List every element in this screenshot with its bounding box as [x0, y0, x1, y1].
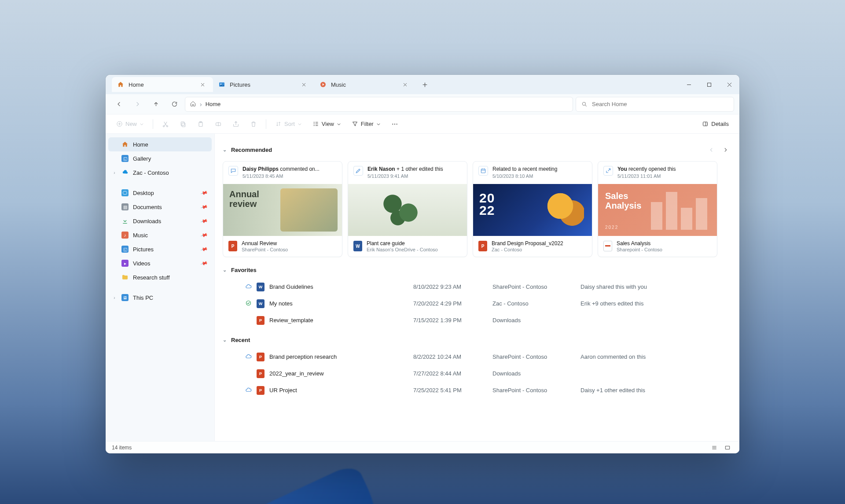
- section-header-favorites[interactable]: ⌄ Favorites: [223, 267, 731, 273]
- thispc-icon: 🖥: [121, 294, 129, 301]
- thumbnail-view-toggle[interactable]: [722, 443, 733, 452]
- svg-rect-16: [703, 122, 708, 126]
- new-button[interactable]: New: [112, 117, 148, 131]
- tab-home[interactable]: Home: [112, 77, 213, 92]
- file-row[interactable]: WMy notes7/20/2022 4:29 PMZac - ContosoE…: [223, 295, 731, 312]
- sidebar-item-music[interactable]: ♪ Music 📌: [108, 228, 212, 242]
- close-icon[interactable]: [400, 79, 410, 90]
- more-button[interactable]: [387, 117, 403, 131]
- file-row[interactable]: PReview_template7/15/2022 1:39 PMDownloa…: [223, 312, 731, 329]
- chevron-right-icon: [200, 101, 202, 108]
- rename-button[interactable]: [210, 117, 226, 131]
- sidebar-item-onedrive[interactable]: › Zac - Contoso: [108, 166, 212, 180]
- svg-point-13: [392, 123, 393, 124]
- file-row[interactable]: PUR Project7/25/2022 5:41 PMSharePoint -…: [223, 382, 731, 399]
- pin-icon: 📌: [200, 245, 209, 253]
- sidebar-item-downloads[interactable]: Downloads 📌: [108, 214, 212, 228]
- pin-icon: 📌: [200, 231, 209, 239]
- file-name: Brand Guidelines: [267, 283, 413, 290]
- item-count: 14 items: [112, 445, 132, 451]
- sidebar-item-desktop[interactable]: 🖵 Desktop 📌: [108, 186, 212, 200]
- delete-button[interactable]: [246, 117, 261, 131]
- filter-button[interactable]: Filter: [347, 117, 385, 131]
- svg-point-1: [220, 84, 222, 85]
- file-date: 8/2/2022 10:24 AM: [413, 353, 492, 360]
- details-pane-button[interactable]: Details: [698, 117, 733, 131]
- file-name: Brand perception research: [267, 353, 413, 360]
- powerpoint-icon: P: [228, 241, 237, 251]
- file-row[interactable]: WBrand Guidelines8/10/2022 9:23 AMShareP…: [223, 279, 731, 295]
- sidebar-item-videos[interactable]: ▸ Videos 📌: [108, 256, 212, 270]
- recommended-card[interactable]: Erik Nason + 1 other edited this5/11/202…: [348, 161, 467, 257]
- edit-icon: [353, 166, 363, 176]
- chevron-down-icon: [298, 122, 302, 126]
- breadcrumb[interactable]: Home: [185, 97, 573, 112]
- maximize-button[interactable]: [699, 75, 719, 94]
- open-icon: [603, 166, 613, 176]
- powerpoint-icon: P: [257, 316, 265, 325]
- sidebar-item-gallery[interactable]: ◱ Gallery: [108, 151, 212, 166]
- music-icon: [320, 81, 327, 88]
- file-location: SharePoint - Contoso: [492, 387, 580, 394]
- sidebar-item-documents[interactable]: ▤ Documents 📌: [108, 200, 212, 214]
- file-row[interactable]: P2022_year_in_review7/27/2022 8:44 AMDow…: [223, 365, 731, 382]
- breadcrumb-segment[interactable]: Home: [206, 101, 221, 107]
- section-header-recommended[interactable]: ⌄ Recommended: [223, 143, 731, 156]
- back-button[interactable]: [111, 97, 127, 111]
- file-row[interactable]: PBrand perception research8/2/2022 10:24…: [223, 349, 731, 365]
- rec-next-button[interactable]: [719, 143, 731, 156]
- search-input[interactable]: [592, 101, 728, 107]
- chevron-right-icon[interactable]: ›: [111, 294, 118, 301]
- file-name: UR Project: [267, 387, 413, 394]
- details-view-toggle[interactable]: [709, 443, 720, 452]
- forward-button[interactable]: [129, 97, 145, 111]
- file-explorer-window: Home Pictures Music: [106, 75, 739, 453]
- paste-button[interactable]: [193, 117, 209, 131]
- titlebar: Home Pictures Music: [106, 75, 739, 94]
- powerpoint-icon: P: [257, 369, 265, 378]
- calendar-icon: [478, 166, 488, 176]
- copy-button[interactable]: [175, 117, 191, 131]
- sync-status-icon: [242, 386, 254, 394]
- rec-prev-button[interactable]: [705, 143, 717, 156]
- file-location: SharePoint - Contoso: [492, 353, 580, 360]
- recommended-card[interactable]: Daisy Philipps commented on...5/11/2023 …: [223, 161, 342, 257]
- view-button[interactable]: View: [308, 117, 345, 131]
- file-activity: Daisy +1 other edited this: [580, 387, 727, 394]
- close-icon[interactable]: [197, 79, 208, 90]
- file-name: 2022_year_in_review: [267, 370, 413, 377]
- recommended-card[interactable]: You recently opened this5/11/2023 11:01 …: [598, 161, 717, 257]
- minimize-button[interactable]: [679, 75, 699, 94]
- search-box[interactable]: [576, 97, 734, 112]
- close-window-button[interactable]: [719, 75, 739, 94]
- powerpoint-icon: P: [257, 353, 265, 361]
- section-header-recent[interactable]: ⌄ Recent: [223, 337, 731, 343]
- file-date: 8/10/2022 9:23 AM: [413, 283, 492, 290]
- gallery-icon: ◱: [121, 155, 129, 162]
- svg-rect-9: [181, 121, 184, 125]
- recommended-card[interactable]: Related to a recent meeting5/10/2023 8:1…: [473, 161, 592, 257]
- new-tab-button[interactable]: [417, 78, 432, 91]
- sidebar-item-pictures[interactable]: ◱ Pictures 📌: [108, 242, 212, 256]
- sidebar-item-thispc[interactable]: › 🖥 This PC: [108, 291, 212, 305]
- search-icon: [581, 101, 588, 107]
- file-activity: Erik +9 others edited this: [580, 300, 727, 307]
- share-button[interactable]: [228, 117, 244, 131]
- word-icon: W: [257, 283, 265, 291]
- tab-pictures[interactable]: Pictures: [213, 77, 314, 92]
- chevron-down-icon: [376, 122, 381, 126]
- chevron-right-icon[interactable]: ›: [111, 169, 118, 176]
- up-button[interactable]: [148, 97, 164, 111]
- refresh-button[interactable]: [166, 97, 182, 111]
- pdf-icon: [603, 241, 612, 251]
- file-activity: Aaron commented on this: [580, 353, 727, 360]
- file-date: 7/15/2022 1:39 PM: [413, 317, 492, 324]
- thumbnail: [473, 184, 592, 236]
- sidebar-item-folder[interactable]: Research stuff: [108, 270, 212, 284]
- powerpoint-icon: P: [478, 241, 487, 251]
- sidebar-item-home[interactable]: Home: [108, 137, 212, 151]
- close-icon[interactable]: [298, 79, 309, 90]
- tab-music[interactable]: Music: [314, 77, 415, 92]
- sort-button[interactable]: Sort: [271, 117, 306, 131]
- cut-button[interactable]: [158, 117, 173, 131]
